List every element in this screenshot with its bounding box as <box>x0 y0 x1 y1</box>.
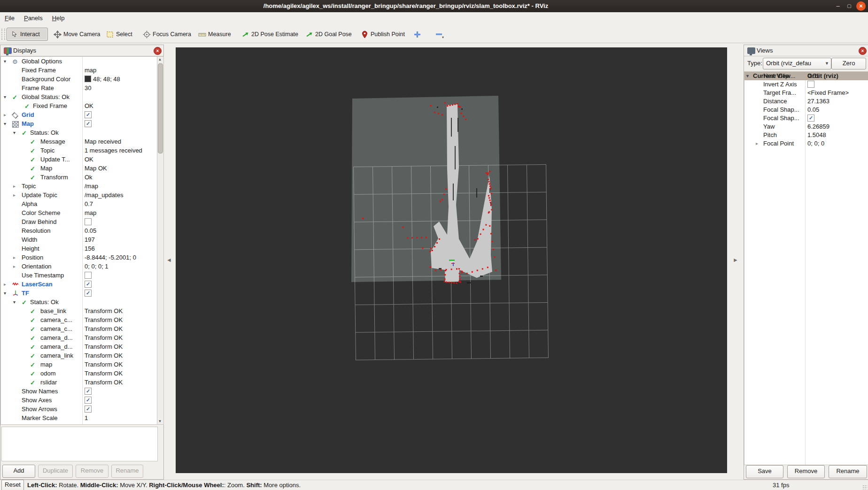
checkbox-unchecked[interactable] <box>85 218 92 225</box>
tree-row-tf[interactable]: ▾TF✓ <box>1 289 157 298</box>
tree-row-camera-d-[interactable]: ✓camera_d...Transform OK <box>1 342 157 351</box>
tree-row-status-ok[interactable]: ▾✓Status: Ok <box>1 128 157 137</box>
property-value[interactable]: Map OK <box>85 164 107 173</box>
tree-row-show-arrows[interactable]: Show Arrows✓ <box>1 405 157 413</box>
chevron-open-icon[interactable]: ▾ <box>4 119 6 128</box>
tree-row-use-timestamp[interactable]: Use Timestamp <box>1 271 157 280</box>
property-value[interactable]: 156 <box>85 244 95 253</box>
tree-row-focal-shap-[interactable]: Focal Shap...0.05 <box>744 106 868 114</box>
property-value[interactable]: Transform OK <box>85 306 123 315</box>
checkbox-checked[interactable]: ✓ <box>85 388 92 395</box>
tree-row-show-axes[interactable]: Show Axes✓ <box>1 396 157 405</box>
chevron-closed-icon[interactable]: ▸ <box>4 110 6 119</box>
property-value[interactable]: 1 messages received <box>85 146 142 155</box>
menu-item-panels[interactable]: Panels <box>19 12 47 24</box>
property-value[interactable]: /map_updates <box>85 191 123 199</box>
tree-row-update-t-[interactable]: ✓Update T...OK <box>1 155 157 164</box>
tree-row-alpha[interactable]: Alpha0.7 <box>1 199 157 208</box>
tool-focus-camera[interactable]: Focus Camera <box>139 28 195 41</box>
rename-button[interactable]: Rename <box>829 465 867 478</box>
property-value[interactable]: 6.26859 <box>807 122 829 131</box>
chevron-closed-icon[interactable]: ▸ <box>4 280 6 289</box>
scroll-up-icon[interactable]: ▲ <box>157 57 163 62</box>
checkbox-unchecked[interactable] <box>807 81 814 88</box>
tree-row-yaw[interactable]: Yaw6.26859 <box>744 122 868 131</box>
property-value[interactable]: map <box>85 66 96 75</box>
toolbar-grip[interactable] <box>1 29 5 40</box>
tree-row-base-link[interactable]: ✓base_linkTransform OK <box>1 306 157 315</box>
property-value[interactable]: 0; 0; 0; 1 <box>85 262 108 271</box>
property-value[interactable]: 0.7 <box>85 199 93 208</box>
property-value[interactable]: Transform OK <box>85 333 123 342</box>
tool-publish-point[interactable]: Publish Point <box>357 28 409 41</box>
chevron-closed-icon[interactable]: ▸ <box>13 182 16 191</box>
tree-row-update-topic[interactable]: ▸Update Topic/map_updates <box>1 191 157 199</box>
displays-scrollbar[interactable]: ▲ ▼ <box>157 56 164 425</box>
tree-row-map[interactable]: ▾Map✓ <box>1 119 157 128</box>
tree-row-message[interactable]: ✓MessageMap received <box>1 137 157 146</box>
tree-row-invert-z-axis[interactable]: Invert Z Axis <box>744 80 868 89</box>
property-value[interactable]: 0 <box>85 422 88 425</box>
color-swatch[interactable] <box>85 76 91 82</box>
tree-row-pitch[interactable]: Pitch1.5048 <box>744 131 868 139</box>
tree-row-near-clip-[interactable]: Near Clip ...0.01 <box>744 72 868 80</box>
collapse-right-panel-icon[interactable]: ► <box>733 256 737 264</box>
property-value[interactable]: 0.01 <box>807 72 819 80</box>
property-value[interactable]: Map received <box>85 137 121 146</box>
property-value[interactable]: 30 <box>85 84 91 92</box>
close-button[interactable]: × <box>856 1 866 11</box>
property-value[interactable] <box>85 217 92 226</box>
tree-row-background-color[interactable]: Background Color48; 48; 48 <box>1 75 157 84</box>
tree-row-topic[interactable]: ▸Topic/map <box>1 182 157 191</box>
checkbox-checked[interactable]: ✓ <box>85 397 92 404</box>
tree-row-height[interactable]: Height156 <box>1 244 157 253</box>
tree-row-marker-scale[interactable]: Marker Scale1 <box>1 413 157 422</box>
tree-row-global-options[interactable]: ▾⚙Global Options <box>1 57 157 66</box>
chevron-closed-icon[interactable]: ▸ <box>13 253 16 262</box>
checkbox-checked[interactable]: ✓ <box>85 290 92 297</box>
property-value[interactable]: 27.1363 <box>807 97 829 106</box>
tree-row-position[interactable]: ▸Position-8.8444; -5.2001; 0 <box>1 253 157 262</box>
chevron-closed-icon[interactable]: ▸ <box>756 139 758 148</box>
tree-row-topic[interactable]: ✓Topic1 messages received <box>1 146 157 155</box>
tree-row-camera-link[interactable]: ✓camera_linkTransform OK <box>1 351 157 360</box>
tree-row-orientation[interactable]: ▸Orientation0; 0; 0; 1 <box>1 262 157 271</box>
menu-item-help[interactable]: Help <box>47 12 70 24</box>
scroll-down-icon[interactable]: ▼ <box>157 419 163 424</box>
chevron-closed-icon[interactable]: ▸ <box>13 262 16 271</box>
property-value[interactable] <box>807 80 814 89</box>
property-value[interactable]: <Fixed Frame> <box>807 89 849 97</box>
property-value[interactable]: ✓ <box>807 114 814 122</box>
property-value[interactable]: Transform OK <box>85 369 123 378</box>
displays-close-icon[interactable]: × <box>154 47 162 55</box>
tool-select[interactable]: Select <box>102 28 136 41</box>
save-button[interactable]: Save <box>746 465 783 478</box>
add-button[interactable]: Add <box>2 465 35 478</box>
chevron-open-icon[interactable]: ▾ <box>4 289 6 298</box>
tool-minus-icon[interactable]: ▾ <box>431 28 447 41</box>
property-value[interactable]: ✓ <box>85 280 92 289</box>
displays-tree[interactable]: ▾⚙Global OptionsFixed FramemapBackground… <box>0 56 158 425</box>
scroll-thumb[interactable] <box>158 63 163 153</box>
property-value[interactable]: 0.05 <box>807 106 819 114</box>
property-value[interactable]: ✓ <box>85 387 92 396</box>
tree-row-grid[interactable]: ▸Grid✓ <box>1 110 157 119</box>
reset-button[interactable]: Reset <box>1 480 24 490</box>
tree-row-camera-c-[interactable]: ✓camera_c...Transform OK <box>1 324 157 333</box>
chevron-open-icon[interactable]: ▾ <box>4 92 6 101</box>
tool-2d-pose-estimate[interactable]: 2D Pose Estimate <box>238 28 302 41</box>
property-value[interactable]: ✓ <box>85 119 92 128</box>
views-close-icon[interactable]: × <box>859 47 867 55</box>
property-value[interactable]: ✓ <box>85 405 92 413</box>
tree-row-transform[interactable]: ✓TransformOk <box>1 173 157 182</box>
tree-row-draw-behind[interactable]: Draw Behind <box>1 217 157 226</box>
chevron-down-icon[interactable]: ▾ <box>442 35 444 39</box>
menu-item-file[interactable]: File <box>0 12 19 24</box>
property-value[interactable]: map <box>85 208 96 217</box>
views-type-select[interactable]: Orbit (rviz_defau ▼ <box>763 58 831 69</box>
tree-row-laserscan[interactable]: ▸LaserScan✓ <box>1 280 157 289</box>
property-value[interactable]: OK <box>85 101 93 110</box>
tree-row-update-interval[interactable]: Update Interval0 <box>1 422 157 425</box>
property-value[interactable]: Transform OK <box>85 342 123 351</box>
tree-row-odom[interactable]: ✓odomTransform OK <box>1 369 157 378</box>
